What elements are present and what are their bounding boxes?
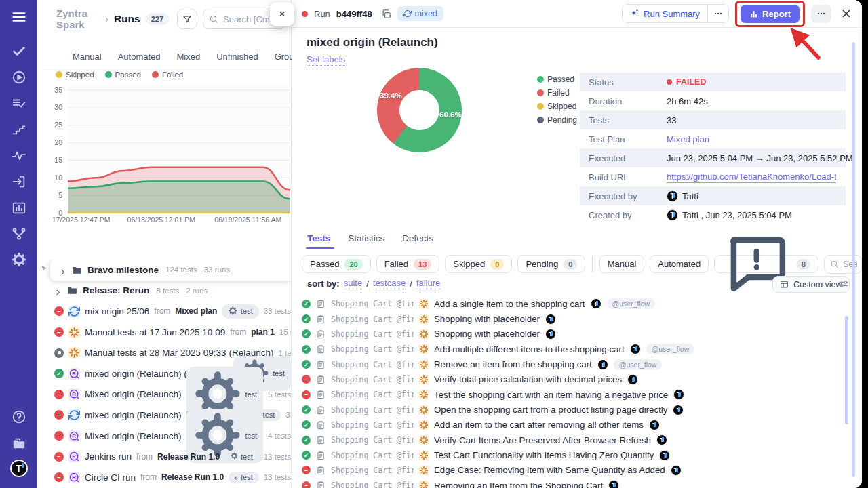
run-name: Mixed origin (Relaunch) — [85, 389, 182, 399]
status-stopped-icon — [54, 348, 64, 358]
comments-filter-chip[interactable]: 8 — [714, 255, 818, 273]
test-row[interactable]: −Shopping Cart @firs...Removing an Item … — [302, 478, 846, 488]
suite-name: Shopping Cart @firs... — [331, 375, 414, 384]
sort-by-testcase[interactable]: testcase — [373, 278, 406, 289]
filter-chip-automated[interactable]: Automated — [650, 255, 709, 273]
set-labels-link[interactable]: Set labels — [307, 54, 345, 66]
user-avatar: T — [671, 465, 682, 476]
run-summary-more-button[interactable] — [707, 5, 728, 22]
menu-icon[interactable] — [12, 9, 26, 24]
test-title: Verify Cart Items Are Preserved After Br… — [434, 435, 651, 445]
settings-icon[interactable] — [12, 252, 26, 267]
git-branch-icon[interactable] — [12, 226, 26, 241]
test-row[interactable]: ✓Shopping Cart @firs...Verify Cart Items… — [302, 432, 846, 447]
status-failed-icon: − — [54, 390, 64, 399]
check-icon[interactable] — [12, 43, 26, 58]
help-icon[interactable] — [12, 409, 26, 424]
test-plan-link[interactable]: Mixed plan — [667, 134, 709, 144]
filter-chip-manual[interactable]: Manual — [599, 255, 645, 273]
run-meta: 33 runs — [204, 266, 230, 274]
sliders-icon[interactable] — [838, 279, 849, 289]
breadcrumb-separator: › — [105, 14, 108, 24]
status-passed-icon: ✓ — [302, 436, 311, 445]
play-circle-icon[interactable] — [12, 70, 26, 85]
filter-chip-skipped[interactable]: Skipped0 — [445, 255, 512, 273]
chip-label: Skipped — [453, 259, 485, 269]
filter-chip-pending[interactable]: Pending0 — [517, 255, 585, 273]
run-row[interactable]: −mix origin 25/06fromMixed plantest33 te… — [37, 301, 291, 322]
copy-icon[interactable] — [381, 9, 391, 19]
test-row[interactable]: ✓Shopping Cart @firs...Remove an item fr… — [302, 357, 846, 371]
user-avatar: T — [545, 314, 556, 325]
test-row[interactable]: −Shopping Cart @firs...Verify total pric… — [302, 372, 846, 387]
burst-icon — [419, 360, 429, 369]
user-avatar[interactable]: T — [10, 460, 28, 477]
test-row[interactable]: −Shopping Cart @firs...Edge Case: Removi… — [302, 463, 846, 478]
tab-statistics[interactable]: Statistics — [348, 233, 384, 249]
test-row[interactable]: ✓Shopping Cart @firs...Add an item to th… — [302, 418, 846, 432]
runs-tab-manual[interactable]: Manual — [73, 52, 102, 62]
build-url-link[interactable]: https://github.com/TetianaKhomenko/Load-… — [667, 171, 836, 183]
run-detail-panel: Run b449ff48 mixed Run Summary Report — [292, 0, 862, 488]
run-summary-button[interactable]: Run Summary — [623, 5, 707, 22]
run-row[interactable]: −RCircle CI runfromRelease Run 1.0test13… — [37, 467, 291, 488]
more-actions-button[interactable] — [811, 5, 831, 23]
sort-separator: / — [410, 279, 412, 289]
status-passed-icon: ✓ — [302, 451, 311, 460]
run-plan-name: Release Run 1.0 — [161, 472, 224, 482]
report-button[interactable]: Report — [741, 5, 800, 23]
test-row[interactable]: ✓Shopping Cart @firs...Add multiple diff… — [302, 342, 846, 357]
legend-label: Failed — [547, 88, 570, 98]
clipboard-icon — [316, 390, 326, 399]
sort-separator: / — [366, 279, 369, 289]
run-row[interactable]: −RMixed origin (Relaunch)test4 tests — [37, 426, 291, 447]
comments-count: 8 — [797, 259, 810, 270]
test-row[interactable]: ✓Shopping Cart @firs...Add a single item… — [302, 296, 846, 311]
user-avatar: T — [667, 190, 678, 202]
legend-label: Pending — [547, 115, 577, 125]
bar-chart-icon[interactable] — [12, 201, 26, 216]
close-icon[interactable] — [840, 7, 852, 20]
sign-in-icon[interactable] — [12, 174, 26, 189]
tab-tests[interactable]: Tests — [307, 233, 330, 249]
test-row[interactable]: ✓Shopping Cart @firs...Open the shopping… — [302, 402, 846, 417]
run-row[interactable]: −Manual tests at 17 Jun 2025 10:09frompl… — [37, 322, 291, 343]
steps-icon[interactable] — [12, 122, 26, 137]
run-row[interactable]: −RMixed origin (Relaunch)test5 tests — [37, 384, 291, 405]
status-failed-icon: − — [54, 306, 64, 316]
test-badge: test — [222, 304, 258, 319]
status-failed-icon: − — [54, 431, 64, 441]
panel-scrollbar[interactable] — [852, 42, 855, 477]
sort-by-failure[interactable]: failure — [416, 278, 440, 289]
run-plan-name: plan 1 — [251, 327, 275, 337]
runs-tab-mixed[interactable]: Mixed — [177, 52, 201, 62]
tests-scrollbar[interactable] — [845, 316, 848, 424]
filter-button[interactable] — [177, 9, 197, 29]
run-group-row[interactable]: Bravo milestone124 tests33 runs — [50, 260, 291, 281]
burst-icon — [419, 299, 429, 308]
test-row[interactable]: ✓Shopping Cart @firs...Shopping with pla… — [302, 327, 846, 342]
detail-row: Tests33 — [580, 110, 846, 129]
runs-tab-unfinished[interactable]: Unfinished — [216, 52, 258, 62]
test-badge: test — [229, 472, 259, 483]
test-row[interactable]: ✓Shopping Cart @firs...Test Cart Functio… — [302, 447, 846, 462]
funnel-icon — [182, 14, 192, 24]
clipboard-icon — [316, 329, 326, 339]
filter-chip-passed[interactable]: Passed20 — [302, 255, 371, 273]
test-row[interactable]: ✓Shopping Cart @firs...Shopping with pla… — [302, 311, 846, 326]
runs-tab-automated[interactable]: Automated — [118, 52, 161, 62]
activity-icon[interactable] — [12, 148, 26, 163]
user-avatar: T — [667, 209, 678, 221]
sort-by-suite[interactable]: suite — [344, 278, 362, 289]
projects-icon[interactable] — [12, 436, 26, 451]
test-row[interactable]: −Shopping Cart @firs...Test the shopping… — [302, 387, 846, 402]
annotation-highlight-box: Report — [735, 1, 805, 27]
list-check-icon[interactable] — [12, 96, 26, 111]
status-failed-icon: − — [302, 481, 311, 488]
breadcrumb-project[interactable]: Zyntra Spark — [56, 7, 100, 30]
run-group-row[interactable]: Release: Rerun8 tests2 runs — [37, 281, 291, 302]
panel-close-button[interactable]: × — [270, 2, 294, 26]
tab-defects[interactable]: Defects — [402, 233, 433, 249]
detail-label: Executed by — [580, 191, 667, 201]
filter-chip-failed[interactable]: Failed13 — [376, 255, 440, 273]
